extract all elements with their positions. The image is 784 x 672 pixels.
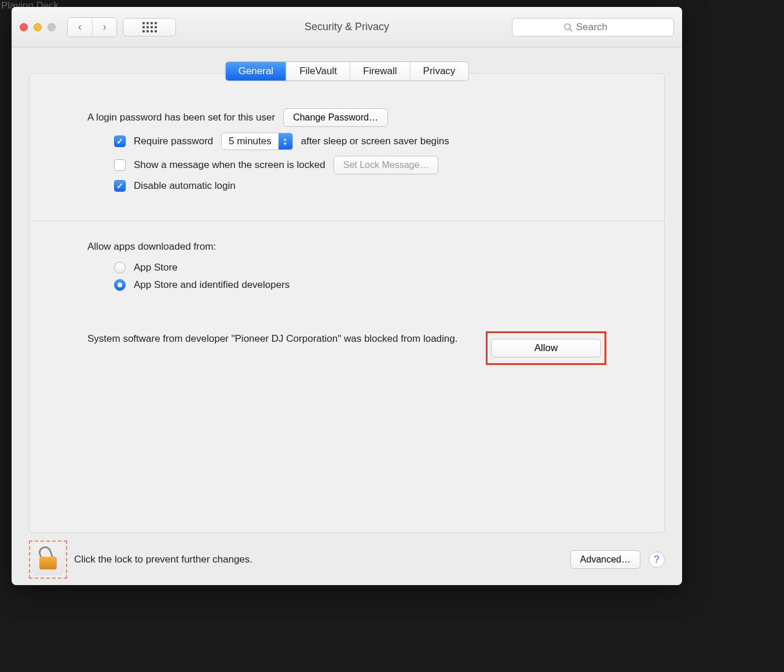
chevron-updown-icon (279, 133, 292, 149)
radio-appstore[interactable] (114, 262, 126, 273)
tab-firewall[interactable]: Firewall (350, 62, 410, 81)
show-message-checkbox[interactable] (114, 159, 126, 171)
allow-apps-label: Allow apps downloaded from: (87, 241, 216, 253)
titlebar: ‹ › Security & Privacy (12, 7, 682, 48)
tab-filevault[interactable]: FileVault (286, 62, 350, 81)
login-password-label: A login password has been set for this u… (87, 112, 275, 123)
set-lock-message-button: Set Lock Message… (334, 156, 439, 174)
disable-auto-login-row: Disable automatic login (87, 180, 606, 192)
radio-identified-label: App Store and identified developers (134, 279, 290, 291)
search-field[interactable] (512, 18, 674, 36)
svg-point-0 (565, 24, 570, 30)
show-message-label: Show a message when the screen is locked (134, 159, 325, 171)
tab-bar: General FileVault Firewall Privacy (225, 61, 469, 81)
allow-button[interactable]: Allow (491, 339, 601, 357)
forward-button[interactable]: › (92, 18, 116, 36)
radio-appstore-label: App Store (134, 262, 178, 273)
radio-identified-row: App Store and identified developers (87, 279, 606, 291)
show-all-button[interactable] (123, 18, 176, 36)
require-password-label: Require password (134, 136, 213, 147)
blocked-software-text: System software from developer "Pioneer … (87, 331, 457, 346)
close-icon[interactable] (20, 23, 28, 31)
search-input[interactable] (576, 21, 622, 33)
allow-highlight-box: Allow (486, 331, 606, 365)
show-message-row: Show a message when the screen is locked… (87, 156, 606, 174)
minimize-icon[interactable] (34, 23, 42, 31)
tab-privacy[interactable]: Privacy (410, 62, 468, 81)
preferences-window: ‹ › Security & Privacy General FileVault… (12, 7, 682, 585)
allow-apps-heading: Allow apps downloaded from: (87, 241, 606, 253)
require-password-row: Require password 5 minutes after sleep o… (87, 133, 606, 150)
traffic-lights (20, 23, 56, 31)
search-icon (563, 23, 573, 32)
footer: Click the lock to prevent further change… (29, 539, 665, 580)
blocked-software-row: System software from developer "Pioneer … (87, 331, 606, 365)
tab-general[interactable]: General (226, 62, 286, 81)
lock-icon (39, 550, 57, 569)
lock-button[interactable] (32, 544, 64, 575)
delay-value: 5 minutes (222, 133, 279, 149)
grid-icon (142, 22, 157, 32)
back-button[interactable]: ‹ (68, 18, 92, 36)
change-password-button[interactable]: Change Password… (283, 108, 388, 127)
login-password-row: A login password has been set for this u… (87, 108, 606, 127)
general-panel: A login password has been set for this u… (29, 73, 665, 533)
require-password-checkbox[interactable] (114, 136, 126, 147)
radio-appstore-row: App Store (87, 262, 606, 273)
radio-identified-developers[interactable] (114, 279, 126, 291)
nav-buttons: ‹ › (67, 17, 117, 37)
content-area: General FileVault Firewall Privacy A log… (12, 48, 682, 585)
disable-auto-login-checkbox[interactable] (114, 180, 126, 192)
divider (30, 221, 664, 221)
after-sleep-label: after sleep or screen saver begins (301, 136, 449, 147)
svg-line-1 (570, 29, 572, 31)
advanced-button[interactable]: Advanced… (570, 550, 640, 569)
delay-select[interactable]: 5 minutes (221, 133, 293, 150)
lock-text: Click the lock to prevent further change… (74, 554, 252, 565)
zoom-icon[interactable] (47, 23, 56, 31)
lock-highlight-box (29, 540, 67, 579)
help-button[interactable]: ? (649, 552, 665, 568)
disable-auto-login-label: Disable automatic login (134, 180, 236, 192)
